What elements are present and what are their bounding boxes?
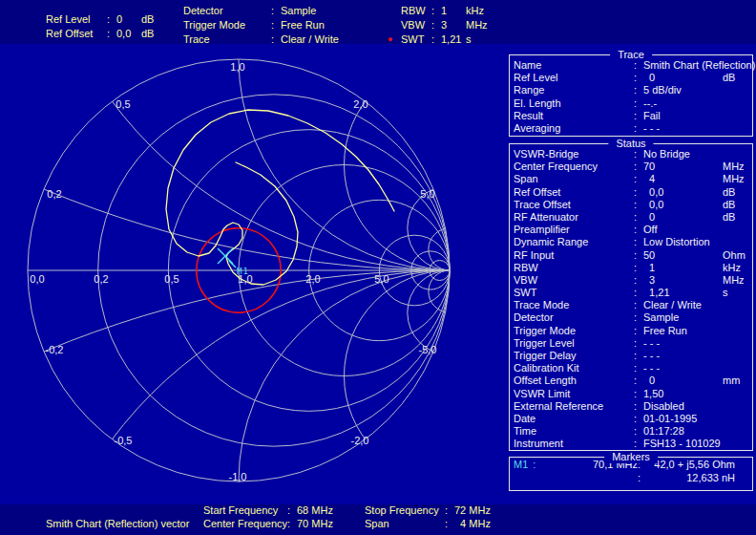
row-value: 5 dB/div bbox=[643, 84, 752, 96]
row-label: Date bbox=[514, 413, 634, 425]
reactance-arc bbox=[345, 270, 507, 482]
colon: : bbox=[634, 374, 643, 387]
row-unit: dB bbox=[723, 199, 735, 211]
row-value: FSH13 - 101029 bbox=[643, 438, 752, 450]
colon: : bbox=[634, 388, 643, 400]
grid-value-label: 1,0 bbox=[230, 61, 244, 73]
marker-equivalent-inductance: 12,633 nH bbox=[647, 471, 748, 484]
colon: : bbox=[431, 18, 441, 32]
grid-value-label: -2,0 bbox=[351, 435, 369, 446]
row-unit: MHz bbox=[723, 160, 745, 173]
row-label: Calibration Kit bbox=[514, 362, 634, 374]
sweep-active-dot-icon bbox=[388, 18, 401, 32]
colon: : bbox=[634, 97, 643, 110]
status-panel-row: Detector : Sample bbox=[510, 311, 752, 324]
colon: : bbox=[634, 311, 643, 324]
row-value: Sample bbox=[643, 311, 752, 324]
row-unit: dB bbox=[723, 211, 735, 224]
colon: : bbox=[634, 438, 643, 450]
header-value: 0,0 bbox=[116, 27, 141, 41]
status-panel-row: Offset Length : 0 mm bbox=[510, 374, 752, 387]
header-row: Ref Offset : 0,0 dB bbox=[46, 27, 154, 41]
sweep-active-dot-icon bbox=[388, 4, 401, 18]
row-label: Dynamic Range bbox=[514, 236, 634, 248]
row-label: Range bbox=[514, 84, 634, 96]
trace-panel-row: El. Length : --.- bbox=[510, 97, 752, 110]
colon: : bbox=[634, 236, 643, 248]
colon: : bbox=[431, 4, 441, 18]
row-label: Span bbox=[514, 173, 634, 185]
footer-value: 68 MHz bbox=[297, 503, 333, 517]
row-value: 01-01-1995 bbox=[643, 413, 752, 425]
footer-value: 4 MHz bbox=[454, 517, 491, 530]
row-unit: dB bbox=[723, 72, 735, 84]
grid-value-label: -0,5 bbox=[115, 435, 133, 446]
grid-value-label: 2,0 bbox=[353, 98, 368, 110]
row-value: 1,50 bbox=[643, 388, 752, 400]
row-unit: kHz bbox=[723, 262, 741, 274]
row-label: Trace Mode bbox=[514, 299, 634, 311]
status-panel-row: Dynamic Range : Low Distortion bbox=[510, 236, 752, 248]
trace-panel-row: Result : Fail bbox=[510, 110, 752, 122]
header-label: Ref Level bbox=[46, 12, 107, 27]
footer-row: Start Frequency : 68 MHz bbox=[203, 503, 333, 517]
marker-name: M1 : bbox=[514, 458, 557, 471]
status-panel-row: RBW : 1 kHz bbox=[510, 262, 752, 274]
colon: : bbox=[271, 4, 281, 18]
colon: : bbox=[634, 110, 643, 122]
colon: : bbox=[634, 72, 643, 84]
marker-row: : 12,633 nH bbox=[510, 471, 752, 484]
status-panel-row: Calibration Kit : - - - bbox=[510, 362, 752, 374]
row-value: 0,0 bbox=[643, 199, 752, 211]
footer-label: Span bbox=[365, 517, 445, 530]
reactance-arc bbox=[239, 270, 506, 535]
markers-panel-title: Markers bbox=[604, 451, 658, 463]
header-row: Detector : Sample bbox=[183, 4, 339, 18]
row-label: Detector bbox=[514, 311, 634, 324]
colon: : bbox=[634, 413, 643, 425]
header-bandwidth-settings: RBW : 1 kHz VBW : 3 MHz ● SWT : 1,21 s bbox=[388, 4, 488, 47]
status-panel-row: RF Attenuator : 0 dB bbox=[510, 211, 752, 224]
footer-row: Stop Frequency : 72 MHz bbox=[365, 503, 491, 517]
footer-label: Start Frequency bbox=[203, 503, 287, 517]
row-value: - - - bbox=[643, 350, 752, 362]
grid-value-label: 2,0 bbox=[305, 273, 320, 285]
colon: : bbox=[445, 517, 454, 530]
grid-value-label: 1,0 bbox=[238, 273, 252, 285]
header-label: Detector bbox=[183, 4, 271, 18]
header-value: Free Run bbox=[281, 18, 339, 32]
row-label: External Reference bbox=[514, 400, 634, 413]
status-panel: Status VSWR-Bridge : No Bridge Center Fr… bbox=[509, 143, 753, 451]
status-panel-row: Center Frequency : 70 MHz bbox=[510, 160, 752, 173]
header-label: SWT bbox=[401, 32, 431, 47]
row-value: Disabled bbox=[643, 400, 752, 413]
footer-label: Center Frequency bbox=[203, 517, 287, 530]
grid-value-label: 0,5 bbox=[164, 273, 178, 285]
trace-panel: Trace Name : Smith Chart (Reflection) Re… bbox=[509, 54, 753, 137]
marker-id: M1 bbox=[514, 458, 528, 471]
row-value: 01:17:28 bbox=[643, 425, 752, 438]
row-label: Name bbox=[514, 59, 634, 72]
header-value: 1,21 bbox=[441, 32, 466, 47]
status-panel-row: Trigger Mode : Free Run bbox=[510, 325, 752, 337]
header-unit: MHz bbox=[466, 18, 488, 32]
row-label: Result bbox=[514, 110, 634, 122]
colon: : bbox=[634, 287, 643, 299]
row-value: 0 bbox=[643, 211, 752, 224]
row-label: RBW bbox=[514, 262, 634, 274]
colon: : bbox=[634, 425, 643, 438]
marker-impedance: 42,0 + j5,56 Ohm bbox=[647, 458, 748, 471]
row-label: Instrument bbox=[514, 438, 634, 450]
row-value: - - - bbox=[643, 122, 752, 135]
header-row: Trace : Clear / Write bbox=[183, 32, 339, 47]
row-value: No Bridge bbox=[643, 148, 752, 160]
row-value: 0,0 bbox=[643, 186, 752, 199]
footer-row: Span : 4 MHz bbox=[365, 517, 491, 530]
smith-chart-svg: M11,00,52,00,25,00,00,20,51,02,05,0-0,2-… bbox=[0, 0, 506, 535]
row-unit: mm bbox=[723, 374, 740, 387]
grid-value-label: 5,0 bbox=[420, 188, 434, 200]
row-value: Off bbox=[643, 224, 752, 236]
trace-panel-row: Range : 5 dB/div bbox=[510, 84, 752, 96]
header-value: 1 bbox=[441, 4, 466, 18]
grid-value-label: -1,0 bbox=[229, 471, 247, 482]
